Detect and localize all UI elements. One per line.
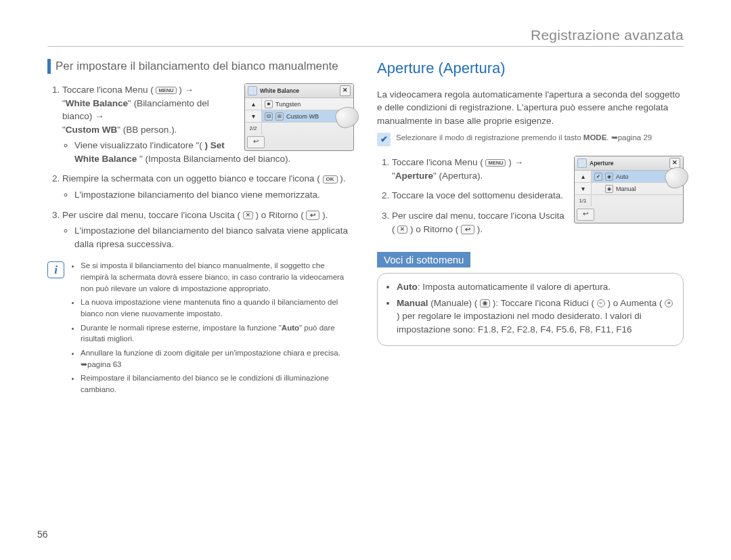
sub-manual-bold: Manual: [397, 298, 428, 308]
note4: Annullare la funzione di zoom digitale p…: [81, 347, 354, 370]
step3-bullet: L'impostazione del bilanciamento del bia…: [74, 224, 354, 251]
manual-iris-icon: ◉: [480, 299, 490, 307]
step3-b: ) o Ritorno (: [255, 210, 306, 220]
check-bold: MODE: [583, 133, 607, 142]
customwb-icon2: ⊞: [275, 112, 284, 121]
close-icon: ✕: [397, 225, 407, 234]
step1-custom-bold: Custom WB: [66, 125, 118, 135]
step1-bullet-pre: Viene visualizzato l'indicatore "(: [74, 140, 204, 150]
check-a: Selezionare il modo di registrazione pre…: [396, 133, 583, 142]
note5: Reimpostare il bilanciamento del bianco …: [81, 372, 354, 395]
precheck-row: ✔ Selezionare il modo di registrazione p…: [377, 133, 684, 146]
sub-manual-a: (Manuale) (: [430, 298, 480, 308]
lcd-up-icon: ▴: [245, 98, 261, 110]
note1: Se si imposta il bilanciamento del bianc…: [81, 260, 354, 294]
rstep3-b: ) o Ritorno (: [410, 224, 461, 234]
step1-wb-bold: White Balance: [66, 98, 128, 108]
chapter-title: Registrazione avanzata: [531, 27, 684, 43]
tungsten-icon: ✹: [265, 100, 273, 108]
lcd-down-icon: ▾: [245, 110, 261, 123]
lcd-up-icon: ▴: [575, 171, 591, 183]
check-b: . ➥pagina 29: [606, 133, 652, 142]
step2-bullet: L'impostazione bilanciamento del bianco …: [74, 188, 354, 202]
lcd-white-balance: White Balance ✕ ▴ ▾ 2/2 ✹ Tungsten ⚃ ⊞: [244, 83, 354, 151]
lcd-ap-count: 1/1: [575, 195, 591, 207]
submenu-heading: Voci di sottomenu: [377, 252, 470, 267]
manual-iris-icon: ◉: [605, 185, 613, 193]
step1-post: ) →: [179, 85, 194, 95]
menu-icon: MENU: [156, 87, 176, 95]
lcd-wb-row2: Custom WB: [286, 113, 319, 120]
lcd-return-icon: ↩: [247, 136, 265, 148]
step1-custom-desc: (BB person.).: [123, 125, 177, 135]
step2-text: Riempire la schermata con un oggetto bia…: [62, 173, 323, 184]
aperture-icon: [577, 158, 587, 168]
left-section-title: Per impostare il bilanciamento del bianc…: [47, 59, 354, 74]
rstep3-c: ).: [477, 224, 483, 234]
lcd-wb-row1: Tungsten: [275, 101, 301, 108]
lcd-wb-count: 2/2: [245, 123, 261, 134]
right-section-title: Aperture (Apertura): [377, 59, 684, 79]
right-intro: La videocamera regola automaticamente l'…: [377, 88, 684, 128]
customwb-icon1: ⚃: [265, 112, 273, 121]
sub-auto-bold: Auto: [397, 282, 418, 292]
submenu-box: Auto: Imposta automaticamente il valore …: [377, 273, 684, 346]
lcd-aperture: Aperture ✕ ▴ ▾ 1/1 ✔ ◉ Auto: [574, 156, 684, 223]
note-box: i Se si imposta il bilanciamento del bia…: [47, 260, 354, 397]
lcd-ap-row1: Auto: [616, 173, 629, 180]
sub-manual-c: ) o Aumenta (: [605, 298, 665, 308]
check-icon: ✔: [377, 133, 391, 146]
sub-manual-d: ) per regolare le impostazioni nel modo …: [397, 311, 642, 335]
sub-manual-b: ): Toccare l'icona Riduci (: [490, 298, 597, 308]
step3-c: ).: [322, 210, 328, 220]
return-icon: ↩: [306, 211, 319, 220]
step2-end: ).: [340, 173, 345, 184]
reduce-icon: −: [597, 299, 605, 307]
increase-icon: +: [665, 299, 673, 307]
menu-icon: MENU: [485, 159, 506, 167]
lcd-close-icon: ✕: [340, 85, 351, 96]
return-icon: ↩: [461, 225, 474, 234]
rstep1-desc: (Apertura).: [439, 171, 483, 181]
note-icon: i: [47, 261, 64, 278]
lcd-return-icon: ↩: [577, 209, 594, 221]
right-column: Aperture (Apertura) La videocamera regol…: [377, 59, 684, 398]
sub-auto-desc: : Imposta automaticamente il valore di a…: [418, 282, 611, 292]
rstep1-pre: Toccare l'icona Menu (: [392, 157, 485, 167]
rstep1-post: ) →: [508, 157, 523, 167]
note3a: Durante le normali riprese esterne, impo…: [81, 324, 282, 332]
close-icon: ✕: [243, 211, 253, 219]
lcd-ap-title: Aperture: [590, 160, 613, 167]
step1-pre: Toccare l'icona Menu (: [62, 85, 154, 95]
left-column: Per impostare il bilanciamento del bianc…: [47, 59, 354, 398]
note2: La nuova impostazione viene mantenuta fi…: [81, 297, 354, 319]
auto-check-icon: ✔: [594, 173, 602, 181]
ok-icon: OK: [323, 175, 338, 184]
wb-icon: [248, 86, 257, 95]
rstep1-bold: Aperture: [395, 171, 433, 181]
lcd-ap-row2: Manual: [616, 186, 636, 192]
lcd-wb-title: White Balance: [260, 87, 299, 94]
auto-iris-icon: ◉: [605, 173, 613, 181]
lcd-down-icon: ▾: [575, 183, 591, 195]
step3-a: Per uscire dal menu, toccare l'icona Usc…: [62, 210, 243, 220]
step1-bullet-post: " (Imposta Bilanciamento del bianco).: [139, 154, 290, 164]
note3bold: Auto: [282, 324, 299, 332]
page-header: Registrazione avanzata: [47, 27, 684, 47]
